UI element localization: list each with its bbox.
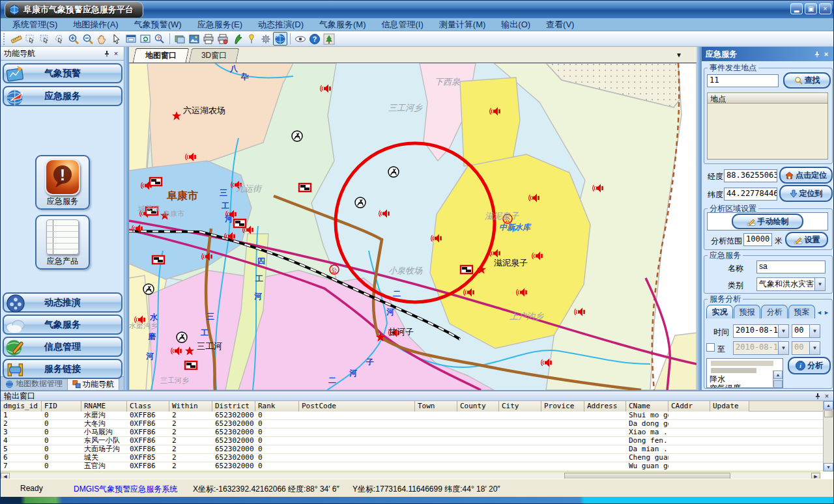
sidebar-item-emergency-service[interactable]: 应急服务 [3,86,122,106]
manual-draw-button[interactable]: 手动绘制 [732,214,803,229]
location-list[interactable] [707,104,828,160]
dropdown-icon[interactable]: ▼ [814,278,825,290]
column-header[interactable]: FID [42,401,81,412]
column-header[interactable]: Address [584,401,626,412]
output-vscrollbar[interactable]: ▲ ▼ [823,401,833,471]
range-input[interactable]: 10000 [743,233,772,246]
flag-marker-icon[interactable] [146,207,158,215]
pin-icon[interactable] [244,32,259,46]
menu-item[interactable]: 输出(O) [493,18,538,31]
close-icon[interactable]: × [822,50,831,59]
table-row[interactable]: 40东风一小队0XFF8626523020000Dong fen... [1,437,823,445]
zoom-out-icon[interactable] [81,32,95,46]
column-header[interactable]: RNAME [81,401,127,412]
map-tab-3d[interactable]: 3D窗口 [189,48,240,63]
element-list[interactable]: 降水空气温度 ▲ [706,358,783,388]
measure-icon[interactable] [9,32,23,46]
analyze-button[interactable]: i 分析 [788,357,831,374]
scroll-up-icon[interactable]: ▲ [773,371,783,379]
list-item[interactable]: 降水 [707,374,783,384]
table-row[interactable]: 60城关0XFF8526523020000Cheng guan [1,454,823,462]
list-item[interactable]: 空气温度 [707,384,783,388]
sidebar-item-weather-service[interactable]: 气象服务 [3,315,122,335]
flag-marker-icon[interactable] [185,361,197,369]
column-header[interactable]: dmgis_id [1,401,42,412]
analysis-tab-0[interactable]: 实况 [706,305,733,318]
vscroll-thumb[interactable] [824,410,833,417]
eye-icon[interactable] [293,32,308,46]
export-image-icon[interactable] [187,32,201,46]
table-row[interactable]: 70五官沟0XFF8626523020000Wu guan gou [1,462,823,471]
circled-a-marker-icon[interactable] [388,167,399,177]
locate-to-button[interactable]: 定位到 [779,185,833,202]
list-scrollbar[interactable]: ▲ [773,371,782,387]
full-extent-icon[interactable] [124,32,138,46]
analysis-tab-3[interactable]: 预案 [788,305,815,318]
pin-icon[interactable] [812,50,822,59]
menu-item[interactable]: 信息管理(I) [374,18,431,31]
menu-item[interactable]: 地图操作(A) [65,18,126,31]
scroll-thumb[interactable] [773,380,783,388]
menu-item[interactable]: 查看(V) [538,18,582,31]
menu-item[interactable]: 动态推演(D) [250,18,311,31]
close-button[interactable]: × [819,3,831,14]
select-icon[interactable] [23,32,38,46]
column-header[interactable]: Town [415,401,457,412]
flag-marker-icon[interactable] [299,184,311,191]
column-header[interactable]: County [457,401,499,412]
location-list-header[interactable]: 地点 [707,92,828,104]
column-header[interactable]: Class [127,401,169,412]
column-header[interactable]: Within [169,401,212,412]
service-type-select[interactable]: 气象和洪水灾害 ▼ [756,277,826,291]
set-range-button[interactable]: 设置 [785,232,828,247]
emergency-product-button[interactable]: 应急产品 [35,215,90,270]
click-locate-button[interactable]: 点击定位 [779,167,833,184]
scroll-down-icon[interactable]: ▼ [824,463,833,471]
select-rect-icon[interactable] [38,32,52,46]
circled-a-marker-icon[interactable] [143,284,154,294]
tab-next-icon[interactable]: ► [823,309,830,316]
menu-item[interactable]: 测量计算(M) [431,18,494,31]
menu-item[interactable]: 系统管理(S) [5,18,65,31]
locate-arrow-icon[interactable] [230,32,244,46]
location-search-input[interactable]: 11 [707,74,779,87]
flag-marker-icon[interactable] [461,266,472,273]
settings-gear-icon[interactable] [259,32,273,46]
column-header[interactable]: CAddr [669,401,710,412]
table-row[interactable]: 10水磨沟0XFF8626523020000Shui mo gou [1,412,823,420]
longitude-input[interactable]: 88.36255063 [724,169,777,182]
pin-icon[interactable] [102,49,111,58]
to-checkbox[interactable] [706,343,715,352]
column-header[interactable]: PostCode [299,401,415,412]
map-canvas[interactable]: 公 [129,63,697,390]
column-header[interactable]: District [212,401,255,412]
pointer-icon[interactable] [109,32,124,46]
print-icon[interactable] [201,32,216,46]
search-button[interactable]: 查找 [783,72,831,89]
sidebar-item-info-management[interactable]: 信息管理 [3,337,122,357]
close-icon[interactable]: × [822,392,831,400]
sidebar-item-service-links[interactable]: 服务链接 [3,359,122,379]
table-row[interactable]: 30小马厩沟0XFF8626523020000Xiao ma ... [1,428,823,437]
zoom-in-icon[interactable] [66,32,81,46]
scene-icon[interactable] [322,32,336,46]
analysis-tab-2[interactable]: 分析 [761,305,788,318]
select-poly-icon[interactable] [52,32,66,46]
table-row[interactable]: 20大冬沟0XFF8626523020000Da dong gou [1,420,823,428]
circled-a-marker-icon[interactable] [355,197,366,208]
right-splitter[interactable] [697,47,701,390]
menu-item[interactable]: 气象预警(W) [126,18,190,31]
close-icon[interactable]: × [111,49,121,58]
column-header[interactable]: CName [626,401,669,412]
flag-marker-icon[interactable] [152,256,164,264]
flag-marker-icon[interactable] [150,178,162,186]
map-tab-dropdown-icon[interactable]: ▼ [676,51,682,59]
analysis-tab-1[interactable]: 预报 [734,305,760,318]
help-icon[interactable]: ? [308,32,322,46]
flag-marker-icon[interactable] [234,219,246,227]
menu-item[interactable]: 气象服务(M) [311,18,374,31]
column-header[interactable]: Rank [255,401,299,412]
refresh-icon[interactable] [138,32,152,46]
circled-a-marker-icon[interactable] [177,332,187,343]
zoom-query-icon[interactable]: ? [152,32,167,46]
